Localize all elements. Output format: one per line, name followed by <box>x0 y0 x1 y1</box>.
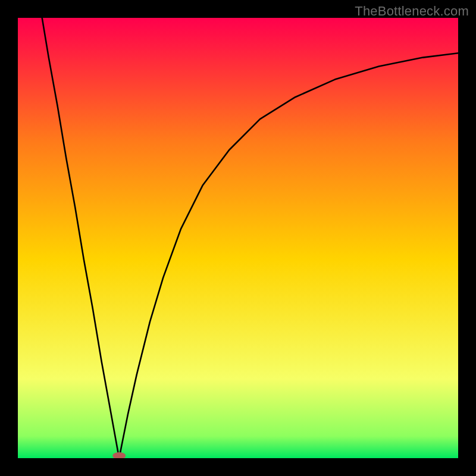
chart-svg <box>18 18 458 458</box>
gradient-background <box>18 18 458 458</box>
plot-area <box>18 18 458 458</box>
watermark-text: TheBottleneck.com <box>355 4 469 19</box>
chart-frame: TheBottleneck.com <box>0 0 476 476</box>
